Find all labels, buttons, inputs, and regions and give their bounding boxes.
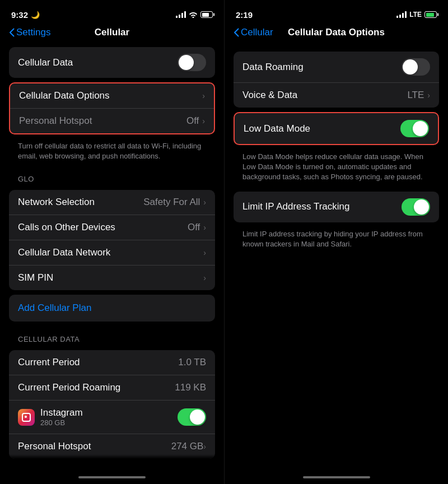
current-period-roaming-label: Current Period Roaming <box>18 382 175 393</box>
sim-pin-row[interactable]: SIM PIN › <box>9 265 215 290</box>
chevron-icon: › <box>202 91 205 100</box>
low-data-mode-row: Low Data Mode <box>235 113 438 144</box>
network-selection-label: Network Selection <box>18 197 143 208</box>
instagram-icon-inner <box>22 413 31 422</box>
data-roaming-label: Data Roaming <box>242 62 402 73</box>
lte-icon: LTE <box>409 11 422 18</box>
cellular-data-network-row[interactable]: Cellular Data Network › <box>9 240 215 265</box>
toggle-thumb-ldm <box>413 121 428 136</box>
left-phone-panel: 9:32 🌙 Settings Cellular <box>0 0 224 484</box>
network-selection-value: Safety For All <box>143 197 200 208</box>
right-phone-panel: 2:19 LTE Cellular Cellular Data Options <box>224 0 448 484</box>
cellular-description: Turn off cellular data to restrict all d… <box>9 139 215 166</box>
low-data-description: Low Data Mode helps reduce cellular data… <box>234 150 439 187</box>
glo-section-header: GLO <box>0 166 224 185</box>
page-title-left: Cellular <box>95 27 129 38</box>
personal-hotspot-usage-label: Personal Hotspot <box>18 441 171 452</box>
home-bar-right <box>303 476 370 478</box>
usage-group: Current Period 1.0 TB Current Period Roa… <box>9 350 215 459</box>
wifi-icon <box>189 11 198 18</box>
data-roaming-row: Data Roaming <box>234 52 439 82</box>
content-left: Cellular Data Cellular Data Options › Pe… <box>0 43 224 473</box>
sim-pin-label: SIM PIN <box>18 272 203 283</box>
cellular-data-section-header: CELLULAR DATA <box>0 326 224 346</box>
limit-ip-group: Limit IP Address Tracking <box>234 192 439 222</box>
cellular-data-row: Cellular Data <box>9 47 215 78</box>
battery-icon-left <box>200 11 213 18</box>
low-data-mode-toggle[interactable] <box>400 120 429 137</box>
current-period-roaming-value: 119 KB <box>175 382 206 393</box>
cellular-data-network-label: Cellular Data Network <box>18 247 203 258</box>
toggle-thumb-lip <box>414 199 429 215</box>
instagram-name: Instagram <box>40 407 178 418</box>
chevron-ph: › <box>203 442 206 451</box>
current-period-label: Current Period <box>18 357 178 368</box>
voice-data-label: Voice & Data <box>242 90 407 101</box>
instagram-toggle[interactable] <box>178 408 206 426</box>
toggle-thumb <box>179 55 194 70</box>
current-period-roaming-row: Current Period Roaming 119 KB <box>9 375 215 400</box>
battery-icon-right <box>424 11 437 18</box>
network-selection-row[interactable]: Network Selection Safety For All › <box>9 190 215 215</box>
content-right: Data Roaming Voice & Data LTE › Low Data… <box>225 43 448 473</box>
roaming-group: Data Roaming Voice & Data LTE › <box>234 52 439 108</box>
status-bar-right: 2:19 LTE <box>225 0 448 25</box>
toggle-thumb-instagram <box>190 409 205 425</box>
page-title-right: Cellular Data Options <box>288 27 385 38</box>
limit-ip-label: Limit IP Address Tracking <box>242 201 402 212</box>
signal-icon <box>176 11 186 18</box>
home-indicator-left <box>0 473 224 484</box>
cellular-data-options-row[interactable]: Cellular Data Options › <box>10 83 214 108</box>
status-icons-right: LTE <box>396 11 437 18</box>
cellular-options-group: Cellular Data Options › Personal Hotspot… <box>9 82 215 134</box>
add-plan-label: Add Cellular Plan <box>18 302 91 313</box>
limit-ip-toggle[interactable] <box>402 198 430 216</box>
limit-ip-row: Limit IP Address Tracking <box>234 192 439 222</box>
instagram-row: Instagram 280 GB <box>9 400 215 434</box>
personal-hotspot-usage-row[interactable]: Personal Hotspot 274 GB › <box>9 434 215 459</box>
chevron-network: › <box>203 198 206 207</box>
toggle-thumb-roaming <box>403 59 418 75</box>
personal-hotspot-value: Off <box>186 115 199 127</box>
home-indicator-right <box>225 473 448 484</box>
home-bar-left <box>78 476 146 478</box>
time-right: 2:19 <box>236 10 253 20</box>
instagram-size: 280 GB <box>40 418 178 427</box>
signal-icon-right <box>396 11 407 18</box>
chevron-cdn: › <box>203 248 206 257</box>
voice-data-row[interactable]: Voice & Data LTE › <box>234 82 439 108</box>
data-roaming-toggle[interactable] <box>402 58 430 76</box>
status-icons-left <box>176 11 213 18</box>
chevron-sim: › <box>203 273 206 282</box>
personal-hotspot-row[interactable]: Personal Hotspot Off › <box>10 108 214 133</box>
cellular-data-label: Cellular Data <box>18 57 178 68</box>
nav-bar-right: Cellular Cellular Data Options <box>225 25 448 43</box>
back-button-left[interactable]: Settings <box>9 27 50 38</box>
cellular-data-group: Cellular Data <box>9 47 215 78</box>
cellular-data-options-label: Cellular Data Options <box>19 90 202 101</box>
current-period-row: Current Period 1.0 TB <box>9 350 215 375</box>
personal-hotspot-usage-value: 274 GB <box>171 441 204 452</box>
low-data-mode-group: Low Data Mode <box>234 112 439 145</box>
limit-ip-description: Limit IP address tracking by hiding your… <box>234 227 439 254</box>
chevron-icon-hotspot: › <box>202 117 205 125</box>
instagram-icon <box>18 409 35 426</box>
glo-group: Network Selection Safety For All › Calls… <box>9 190 215 290</box>
voice-data-value: LTE <box>407 90 424 101</box>
nav-bar-left: Settings Cellular <box>0 25 224 43</box>
back-button-right[interactable]: Cellular <box>234 27 273 38</box>
status-bar-left: 9:32 🌙 <box>0 0 224 25</box>
cellular-data-toggle[interactable] <box>178 54 206 71</box>
current-period-value: 1.0 TB <box>178 357 206 368</box>
chevron-voice: › <box>427 91 430 100</box>
calls-other-label: Calls on Other Devices <box>18 222 188 233</box>
personal-hotspot-label: Personal Hotspot <box>19 115 186 127</box>
calls-other-devices-row[interactable]: Calls on Other Devices Off › <box>9 215 215 240</box>
low-data-mode-label: Low Data Mode <box>244 123 400 134</box>
add-cellular-plan[interactable]: Add Cellular Plan <box>9 295 215 322</box>
calls-other-value: Off <box>188 222 200 233</box>
chevron-calls: › <box>203 223 206 232</box>
moon-icon: 🌙 <box>31 11 40 19</box>
time-left: 9:32 <box>11 10 28 20</box>
app-info: Instagram 280 GB <box>40 407 178 427</box>
